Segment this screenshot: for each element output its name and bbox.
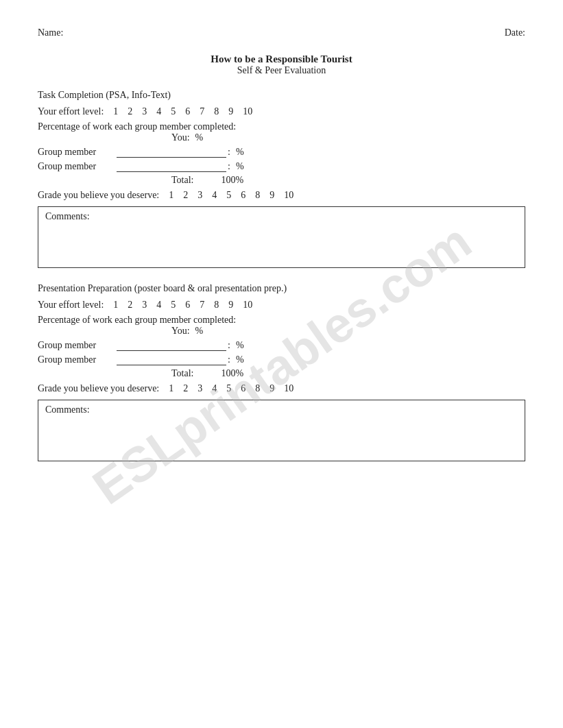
section2-member1-row: Group member : % — [38, 339, 525, 351]
section1-grade-row: Grade you believe you deserve: 1 2 3 4 5… — [38, 190, 525, 201]
name-label: Name: — [38, 27, 63, 38]
title-main: How to be a Responsible Tourist — [38, 53, 525, 65]
section2-member2-row: Group member : % — [38, 354, 525, 365]
section1-you-row: You: % — [171, 132, 525, 143]
section1-member1-label: Group member — [38, 147, 117, 158]
section1-member1-colon: : — [228, 147, 230, 158]
section1-total-value: 100% — [221, 175, 243, 186]
section2-member1-field[interactable] — [117, 339, 226, 351]
section2-member2-label: Group member — [38, 354, 117, 365]
section1-comments-box[interactable]: Comments: — [38, 206, 525, 268]
section2-you-pct: % — [195, 326, 204, 337]
section2-you-label: You: — [171, 326, 190, 337]
header-row: Name: Date: — [38, 27, 525, 38]
section1-member1-pct: % — [236, 147, 244, 158]
section2-title: Presentation Preparation (poster board &… — [38, 283, 525, 294]
section2-effort-numbers: 1 2 3 4 5 6 7 8 9 10 — [113, 300, 252, 311]
section1-effort-row: Your effort level: 1 2 3 4 5 6 7 8 9 10 — [38, 106, 525, 117]
section1-grade-label: Grade you believe you deserve: — [38, 190, 159, 201]
section1-grade-numbers: 1 2 3 4 5 6 8 9 10 — [169, 190, 294, 201]
section1-pct-label: Percentage of work each group member com… — [38, 121, 525, 132]
section2-member2-pct: % — [236, 354, 244, 365]
section1-you-label: You: — [171, 132, 190, 143]
section2-comments-label: Comments: — [45, 404, 90, 415]
section2-you-row: You: % — [171, 326, 525, 337]
section1-member2-field[interactable] — [117, 160, 226, 172]
section1-member2-row: Group member : % — [38, 160, 525, 172]
section2-total-value: 100% — [221, 368, 243, 379]
section1-title-normal: (PSA, Info-Text) — [104, 90, 171, 100]
section2-comments-box[interactable]: Comments: — [38, 400, 525, 461]
section2: Presentation Preparation (poster board &… — [38, 283, 525, 461]
section1-total-row: Total: 100% — [171, 175, 525, 186]
section2-effort-row: Your effort level: 1 2 3 4 5 6 7 8 9 10 — [38, 300, 525, 311]
section2-pct-label: Percentage of work each group member com… — [38, 315, 525, 326]
title-sub: Self & Peer Evaluation — [38, 65, 525, 76]
title-section: How to be a Responsible Tourist Self & P… — [38, 53, 525, 76]
section2-member2-colon: : — [228, 354, 230, 365]
section1-comments-label: Comments: — [45, 211, 90, 221]
section2-title-bold: Presentation Preparation — [38, 283, 132, 293]
section1-pct-section: Percentage of work each group member com… — [38, 121, 525, 186]
section1-title-bold: Task Completion — [38, 90, 104, 100]
section1-member2-label: Group member — [38, 161, 117, 172]
section2-member1-label: Group member — [38, 340, 117, 351]
section2-title-normal: (poster board & oral presentation prep.) — [132, 283, 287, 293]
section2-member1-colon: : — [228, 340, 230, 351]
section1-member2-pct: % — [236, 161, 244, 172]
section1-member2-colon: : — [228, 161, 230, 172]
section1-title: Task Completion (PSA, Info-Text) — [38, 90, 525, 101]
section2-grade-label: Grade you believe you deserve: — [38, 383, 159, 394]
section2-member1-pct: % — [236, 340, 244, 351]
section1-total-label: Total: — [171, 175, 193, 186]
section1-member1-row: Group member : % — [38, 146, 525, 158]
section1-member1-field[interactable] — [117, 146, 226, 158]
section1-effort-numbers: 1 2 3 4 5 6 7 8 9 10 — [113, 106, 252, 117]
section1-you-pct: % — [195, 132, 204, 143]
section2-total-row: Total: 100% — [171, 368, 525, 379]
section2-total-label: Total: — [171, 368, 193, 379]
section1: Task Completion (PSA, Info-Text) Your ef… — [38, 90, 525, 268]
section2-grade-numbers: 1 2 3 4 5 6 8 9 10 — [169, 383, 294, 394]
date-label: Date: — [505, 27, 525, 38]
section2-effort-label: Your effort level: — [38, 300, 104, 311]
section2-pct-section: Percentage of work each group member com… — [38, 315, 525, 379]
section1-effort-label: Your effort level: — [38, 106, 104, 117]
section2-member2-field[interactable] — [117, 354, 226, 365]
section2-grade-row: Grade you believe you deserve: 1 2 3 4 5… — [38, 383, 525, 394]
